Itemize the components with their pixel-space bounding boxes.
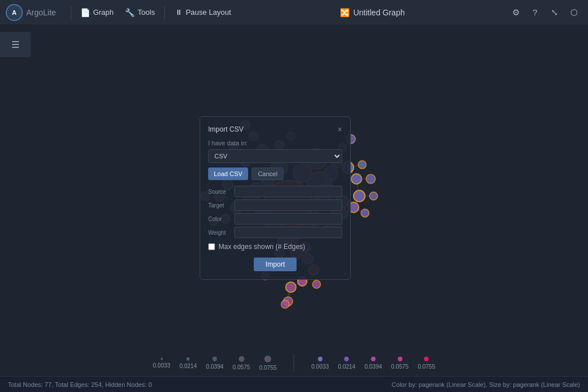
size-dot	[160, 358, 163, 360]
settings-icon: ⚙	[512, 7, 520, 18]
dialog-title: Import CSV	[208, 125, 244, 133]
top-navbar: A ArgoLite 📄 Graph 🔧 Tools ⏸ Pause Layou…	[0, 0, 588, 25]
size-legend-item: 0.0033	[153, 358, 171, 369]
pause-layout-label: Pause Layout	[186, 8, 232, 17]
status-bar: Total Nodes: 77, Total Edges: 254, Hidde…	[0, 376, 588, 392]
help-button[interactable]: ?	[526, 4, 544, 21]
color-legend-label: 0.0033	[311, 364, 329, 370]
svg-point-116	[313, 280, 321, 288]
max-edges-row: Max edges shown (# Edges)	[208, 243, 342, 251]
svg-point-123	[370, 192, 378, 200]
size-dot	[265, 356, 271, 362]
color-input[interactable]	[234, 213, 342, 224]
color-legend-item: 0.0755	[417, 357, 435, 370]
logo: A	[6, 4, 23, 21]
help-icon: ?	[533, 7, 537, 17]
color-dot	[371, 357, 375, 361]
size-legend-label: 0.0575	[233, 364, 250, 370]
svg-point-122	[366, 174, 375, 183]
import-button[interactable]: Import	[254, 258, 296, 271]
size-legend-label: 0.0394	[206, 364, 224, 370]
graph-title-area: 🔀 Untitled Graph	[340, 8, 404, 17]
cancel-button[interactable]: Cancel	[252, 168, 283, 180]
svg-point-121	[358, 161, 366, 169]
color-dot	[424, 357, 429, 361]
weight-input[interactable]	[234, 227, 342, 238]
sidebar-toggle-button[interactable]: ☰	[0, 32, 31, 57]
max-edges-checkbox[interactable]	[208, 243, 215, 250]
logo-text: A	[12, 9, 17, 16]
color-legend-item: 0.0033	[311, 357, 329, 370]
hamburger-icon: ☰	[11, 39, 19, 50]
github-button[interactable]: ⬡	[565, 4, 582, 21]
color-legend-label: 0.0394	[364, 364, 382, 370]
color-dot	[318, 357, 322, 361]
color-dot	[398, 357, 402, 361]
target-input[interactable]	[234, 199, 342, 211]
nav-right-actions: ⚙ ? ⤡ ⬡	[507, 4, 582, 21]
source-label: Source	[208, 189, 231, 195]
size-dot	[186, 357, 190, 361]
dialog-footer: Import	[208, 258, 342, 271]
dialog-format-select[interactable]: CSV	[208, 149, 342, 163]
color-legend-item: 0.0575	[391, 357, 409, 370]
size-legend-label: 0.0033	[153, 362, 171, 369]
target-label: Target	[208, 202, 231, 209]
status-right: Color by: pagerank (Linear Scale), Size …	[392, 381, 580, 388]
color-legend-item: 0.0394	[364, 357, 382, 370]
graph-menu-label: Graph	[93, 8, 113, 17]
size-legend-item: 0.0755	[259, 356, 277, 371]
legend-bar: 0.00330.02140.03940.05750.0755 0.00330.0…	[141, 354, 447, 371]
nav-divider-2	[164, 6, 165, 19]
size-legend-label: 0.0755	[259, 365, 277, 371]
color-legend-label: 0.0575	[391, 364, 409, 370]
target-row: Target	[208, 199, 342, 211]
dialog-action-row: Load CSV Cancel	[208, 168, 342, 180]
color-legend-label: 0.0214	[338, 364, 356, 370]
source-row: Source	[208, 186, 342, 197]
size-dot	[238, 356, 244, 362]
legend-divider	[294, 354, 294, 371]
tools-menu-label: Tools	[137, 8, 155, 17]
color-legend-item: 0.0214	[338, 357, 356, 370]
color-row: Color	[208, 213, 342, 224]
source-input[interactable]	[234, 186, 342, 197]
weight-label: Weight	[208, 230, 231, 236]
graph-doc-icon: 📄	[80, 8, 90, 17]
max-edges-label: Max edges shown (# Edges)	[218, 243, 305, 251]
load-csv-button[interactable]: Load CSV	[208, 168, 248, 180]
import-csv-dialog: Import CSV × I have data in: CSV Load CS…	[200, 116, 351, 280]
weight-row: Weight	[208, 227, 342, 238]
collapse-icon: ⤡	[551, 7, 558, 18]
canvas-area[interactable]: Import CSV × I have data in: CSV Load CS…	[0, 25, 588, 392]
size-dot	[213, 357, 217, 361]
dialog-header: Import CSV ×	[208, 125, 342, 134]
dialog-close-button[interactable]: ×	[338, 125, 342, 134]
color-label: Color	[208, 216, 231, 222]
size-legend-item: 0.0575	[233, 356, 250, 370]
size-legend: 0.00330.02140.03940.05750.0755	[141, 356, 288, 371]
svg-point-124	[361, 209, 369, 217]
graph-title-icon: 🔀	[340, 8, 350, 17]
color-legend-label: 0.0755	[417, 364, 435, 370]
settings-button[interactable]: ⚙	[507, 4, 524, 21]
dialog-fields-section: Source Target Color Weight	[208, 186, 342, 238]
svg-point-102	[354, 190, 365, 202]
svg-point-98	[286, 282, 296, 292]
status-left: Total Nodes: 77, Total Edges: 254, Hidde…	[8, 381, 152, 388]
graph-title-text: Untitled Graph	[353, 8, 404, 17]
github-icon: ⬡	[570, 7, 578, 18]
pause-layout-button[interactable]: ⏸ Pause Layout	[168, 5, 238, 19]
nav-divider-1	[71, 6, 71, 19]
collapse-button[interactable]: ⤡	[546, 4, 563, 21]
dialog-have-data-label: I have data in:	[208, 140, 342, 146]
tools-icon: 🔧	[125, 8, 135, 17]
color-legend: 0.00330.02140.03940.05750.0755	[300, 357, 447, 370]
brand-name: ArgoLite	[26, 8, 56, 17]
size-legend-label: 0.0214	[180, 363, 197, 369]
svg-point-118	[281, 300, 289, 308]
size-legend-item: 0.0214	[180, 357, 197, 369]
nav-tools-menu[interactable]: 🔧 Tools	[119, 5, 160, 20]
nav-graph-menu[interactable]: 📄 Graph	[75, 5, 119, 20]
pause-icon: ⏸	[175, 8, 183, 17]
